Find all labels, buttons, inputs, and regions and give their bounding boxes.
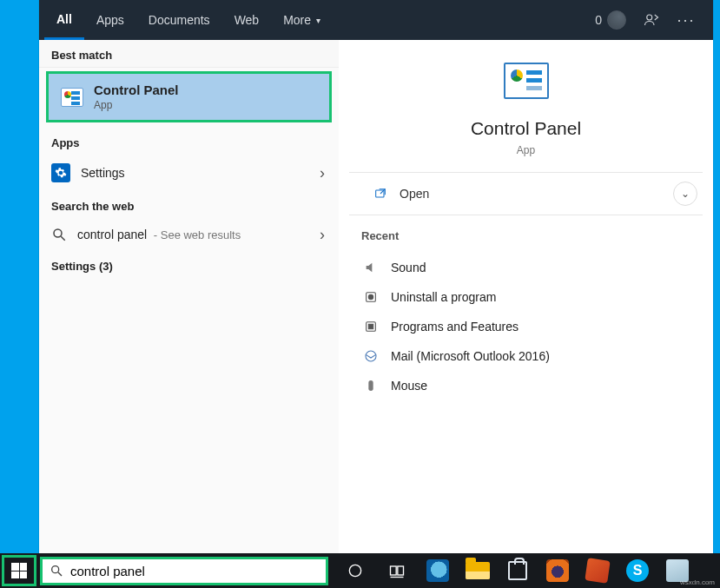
- chevron-down-icon: ▾: [316, 16, 320, 25]
- cortana-button[interactable]: [337, 553, 373, 588]
- open-icon: [373, 187, 387, 201]
- web-suffix-text: - See web results: [150, 228, 241, 241]
- web-result-control-panel[interactable]: control panel - See web results ›: [39, 218, 339, 251]
- settings-group-label[interactable]: Settings (3): [39, 251, 339, 278]
- tab-more[interactable]: More▾: [271, 0, 333, 40]
- apps-label: Apps: [39, 128, 339, 155]
- search-icon: [50, 564, 63, 578]
- open-action[interactable]: Open ⌄: [349, 173, 703, 215]
- svg-point-5: [368, 294, 373, 299]
- svg-point-0: [647, 15, 652, 20]
- control-panel-icon: [61, 88, 83, 107]
- svg-line-2: [61, 236, 65, 241]
- rewards-points[interactable]: 0: [595, 10, 626, 30]
- edge-icon: [426, 559, 449, 582]
- desktop: All Apps Documents Web More▾ 0 ···: [0, 0, 720, 588]
- taskbar-app-file-explorer[interactable]: [460, 553, 495, 588]
- taskbar-search-box[interactable]: [40, 557, 328, 585]
- svg-point-10: [52, 566, 59, 573]
- taskbar-search-input[interactable]: [70, 564, 319, 578]
- gear-icon: [51, 163, 70, 182]
- tab-documents[interactable]: Documents: [136, 0, 222, 40]
- control-panel-icon: [504, 63, 549, 99]
- recent-item-label: Uninstall a program: [391, 290, 496, 304]
- file-explorer-icon: [466, 562, 490, 579]
- recent-item-mail[interactable]: Mail (Microsoft Outlook 2016): [361, 341, 690, 371]
- best-match-label: Best match: [39, 40, 339, 68]
- recent-item-mouse[interactable]: Mouse: [361, 371, 690, 400]
- chevron-right-icon: ›: [320, 164, 325, 182]
- best-match-subtitle: App: [94, 99, 179, 111]
- preview-column: Control Panel App Open ⌄ Recent: [339, 40, 713, 554]
- programs-icon: [363, 319, 379, 334]
- recent-item-sound[interactable]: Sound: [361, 253, 690, 282]
- tab-apps[interactable]: Apps: [84, 0, 136, 40]
- svg-line-11: [58, 572, 62, 576]
- tab-web[interactable]: Web: [222, 0, 272, 40]
- store-icon: [508, 561, 527, 580]
- sound-icon: [363, 260, 379, 275]
- box-icon: [585, 558, 610, 583]
- tab-all[interactable]: All: [44, 0, 84, 40]
- taskbar-app-skype[interactable]: S: [620, 553, 655, 588]
- preview-title: Control Panel: [471, 118, 581, 139]
- search-header: All Apps Documents Web More▾ 0 ···: [39, 0, 713, 40]
- search-web-label: Search the web: [39, 191, 339, 218]
- svg-rect-7: [368, 324, 373, 328]
- best-match-control-panel[interactable]: Control Panel App: [46, 71, 332, 122]
- recent-item-label: Programs and Features: [391, 320, 519, 334]
- more-options-button[interactable]: ···: [677, 10, 696, 30]
- start-button[interactable]: [2, 555, 36, 586]
- chevron-down-icon: ⌄: [681, 188, 690, 200]
- taskbar-app-store[interactable]: [500, 553, 535, 588]
- medal-icon: [607, 10, 626, 30]
- watermark: wsxdn.com: [680, 578, 715, 586]
- skype-icon: S: [626, 559, 649, 582]
- taskbar-app-firefox[interactable]: [540, 553, 575, 588]
- firefox-icon: [546, 559, 569, 582]
- chevron-right-icon: ›: [320, 226, 325, 244]
- expand-button[interactable]: ⌄: [673, 182, 697, 206]
- feedback-button[interactable]: [642, 10, 661, 30]
- apps-item-settings[interactable]: Settings ›: [39, 155, 339, 191]
- taskbar-app-box[interactable]: [580, 553, 615, 588]
- open-label: Open: [400, 187, 429, 201]
- windows-logo-icon: [11, 563, 27, 578]
- recent-item-uninstall[interactable]: Uninstall a program: [361, 282, 690, 312]
- start-search-panel: All Apps Documents Web More▾ 0 ···: [39, 0, 713, 554]
- taskbar: S: [0, 553, 720, 588]
- task-view-button[interactable]: [379, 553, 415, 588]
- mouse-icon: [363, 378, 379, 393]
- recent-item-programs[interactable]: Programs and Features: [361, 312, 690, 341]
- apps-item-label: Settings: [81, 166, 125, 180]
- web-query-text: control panel: [77, 228, 147, 241]
- best-match-title: Control Panel: [94, 83, 179, 97]
- uninstall-icon: [363, 289, 379, 305]
- recent-label: Recent: [361, 229, 690, 242]
- search-icon: [51, 227, 67, 242]
- svg-rect-14: [398, 566, 404, 575]
- results-column: Best match Control Panel App Apps Settin…: [39, 40, 339, 554]
- recent-item-label: Sound: [391, 261, 426, 274]
- svg-rect-9: [368, 380, 373, 391]
- svg-point-1: [54, 229, 62, 237]
- svg-point-12: [349, 565, 360, 576]
- preview-subtitle: App: [517, 144, 535, 156]
- taskbar-app-edge[interactable]: [420, 553, 455, 588]
- mail-icon: [363, 348, 379, 364]
- recent-item-label: Mouse: [391, 379, 427, 393]
- recent-item-label: Mail (Microsoft Outlook 2016): [391, 349, 550, 363]
- svg-rect-13: [391, 566, 397, 575]
